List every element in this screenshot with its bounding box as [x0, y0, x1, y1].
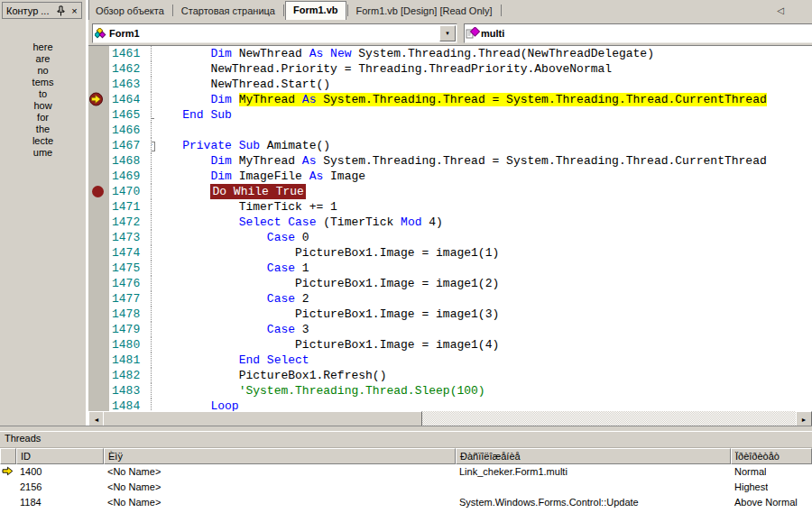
code-text[interactable]: Case 0: [151, 230, 812, 245]
line-number: 1480: [109, 337, 151, 353]
code-text[interactable]: − Private Sub Amimate(): [151, 138, 812, 153]
thread-row[interactable]: 1400<No Name>Link_cheker.Form1.multiNorm…: [0, 464, 812, 480]
chevron-down-icon[interactable]: ▼: [439, 25, 456, 41]
tab-form1-vb-design-read-only-[interactable]: Form1.vb [Design] [Read Only]: [349, 2, 500, 20]
indicator-margin[interactable]: [88, 92, 109, 107]
code-line: 1466: [88, 123, 812, 138]
code-text[interactable]: Dim ImageFile As Image: [151, 169, 812, 184]
threads-column-header[interactable]: Ïðèîðèòåò: [731, 448, 812, 464]
thread-row[interactable]: 1184<No Name>System.Windows.Forms.Contro…: [0, 495, 812, 510]
outline-pane-titlebar[interactable]: Контур ... ×: [2, 2, 82, 19]
tab-form1-vb[interactable]: Form1.vb: [285, 1, 346, 20]
code-text[interactable]: Dim NewThread As New System.Threading.Th…: [151, 46, 812, 61]
code-text[interactable]: End Sub: [151, 107, 812, 123]
line-number: 1462: [109, 61, 151, 77]
indicator-margin[interactable]: [88, 368, 109, 383]
code-text[interactable]: PictureBox1.Image = image1(2): [151, 276, 812, 291]
line-number: 1473: [109, 230, 151, 245]
line-number: 1476: [109, 276, 151, 291]
thread-row[interactable]: 2156<No Name>Highest: [0, 480, 812, 495]
current-statement-icon: [88, 92, 104, 106]
line-number: 1477: [109, 291, 151, 307]
indicator-margin[interactable]: [88, 184, 109, 199]
code-line: 1478 PictureBox1.Image = image1(3): [88, 307, 812, 322]
indicator-margin[interactable]: [88, 123, 109, 138]
indicator-margin[interactable]: [88, 276, 109, 291]
code-text[interactable]: End Select: [151, 353, 812, 368]
code-text[interactable]: Case 3: [151, 322, 812, 337]
code-editor[interactable]: 1461 Dim NewThread As New System.Threadi…: [88, 45, 812, 412]
code-text[interactable]: PictureBox1.Image = image1(3): [151, 307, 812, 322]
fold-collapse-icon[interactable]: −: [151, 142, 155, 151]
code-text[interactable]: Dim MyThread As System.Threading.Thread …: [151, 153, 812, 169]
code-text[interactable]: TimerTick += 1: [151, 199, 812, 215]
indicator-margin[interactable]: [88, 199, 109, 215]
indicator-margin[interactable]: [88, 261, 109, 276]
line-number: 1469: [109, 169, 151, 184]
indicator-margin[interactable]: [88, 46, 109, 61]
indicator-margin[interactable]: [88, 245, 109, 261]
thread-cell: System.Windows.Forms.Control::Update: [456, 495, 731, 510]
code-text[interactable]: Case 1: [151, 261, 812, 276]
line-number: 1463: [109, 77, 151, 92]
code-text[interactable]: PictureBox1.Image = image1(1): [151, 245, 812, 261]
outline-message-line: ume: [0, 147, 86, 159]
code-text[interactable]: Select Case (TimerTick Mod 4): [151, 215, 812, 230]
code-line: 1484 Loop: [88, 398, 812, 412]
line-number: 1461: [109, 46, 151, 61]
line-number: 1482: [109, 368, 151, 383]
class-combo[interactable]: Form1 ▼: [92, 23, 457, 43]
indicator-margin[interactable]: [88, 230, 109, 245]
indicator-margin[interactable]: [88, 398, 109, 412]
indicator-margin[interactable]: [88, 169, 109, 184]
editor-navigation-bar: Form1 ▼ multi: [88, 20, 812, 45]
indicator-margin[interactable]: [88, 138, 109, 153]
code-text[interactable]: NewThread.Priority = Threading.ThreadPri…: [151, 61, 812, 77]
indicator-margin[interactable]: [88, 107, 109, 123]
thread-row-gutter: [0, 495, 16, 510]
member-combo[interactable]: multi: [464, 23, 812, 43]
code-line: 1464 Dim MyThread As System.Threading.Th…: [88, 92, 812, 107]
code-text[interactable]: Loop: [151, 398, 812, 412]
code-text[interactable]: PictureBox1.Image = image1(4): [151, 337, 812, 353]
indicator-margin[interactable]: [88, 322, 109, 337]
code-text[interactable]: [151, 123, 812, 138]
indicator-margin[interactable]: [88, 153, 109, 169]
tab-scroll-left-icon[interactable]: ◁: [774, 5, 787, 16]
threads-table-header: IDÈìÿÐàñïîëîæåíèåÏðèîðèòåò: [0, 448, 812, 464]
indicator-margin[interactable]: [88, 353, 109, 368]
thread-cell: 2156: [16, 480, 104, 495]
tab-обзор-объекта[interactable]: Обзор объекта: [88, 2, 171, 20]
indicator-margin[interactable]: [88, 77, 109, 92]
code-text[interactable]: 'System.Threading.Thread.Sleep(100): [151, 383, 812, 398]
outline-message-line: are: [0, 53, 86, 65]
tab-separator: [283, 5, 284, 16]
code-text[interactable]: NewThread.Start(): [151, 77, 812, 92]
code-text[interactable]: Case 2: [151, 291, 812, 307]
outline-message-line: no: [0, 65, 86, 77]
indicator-margin[interactable]: [88, 291, 109, 307]
threads-column-header[interactable]: Ðàñïîëîæåíèå: [456, 448, 731, 464]
line-number: 1465: [109, 107, 151, 123]
indicator-margin[interactable]: [88, 61, 109, 77]
code-text[interactable]: PictureBox1.Refresh(): [151, 368, 812, 383]
code-line: 1479 Case 3: [88, 322, 812, 337]
code-text[interactable]: Dim MyThread As System.Threading.Thread …: [151, 92, 812, 107]
thread-row-gutter: [0, 480, 16, 495]
close-icon[interactable]: ×: [68, 5, 81, 17]
threads-column-header[interactable]: Èìÿ: [104, 448, 456, 464]
threads-column-header[interactable]: ID: [16, 448, 104, 464]
line-number: 1483: [109, 383, 151, 398]
code-text[interactable]: Do While True: [151, 184, 812, 199]
line-number: 1478: [109, 307, 151, 322]
indicator-margin[interactable]: [88, 337, 109, 353]
line-number: 1481: [109, 353, 151, 368]
tab-стартовая-страница[interactable]: Стартовая страница: [174, 2, 282, 20]
code-line: 1472 Select Case (TimerTick Mod 4): [88, 215, 812, 230]
indicator-margin[interactable]: [88, 215, 109, 230]
indicator-margin[interactable]: [88, 307, 109, 322]
pin-icon[interactable]: [54, 5, 68, 17]
breakpoint-icon: [92, 186, 104, 197]
horizontal-scrollbar[interactable]: ◄ ►: [88, 411, 812, 426]
indicator-margin[interactable]: [88, 383, 109, 398]
